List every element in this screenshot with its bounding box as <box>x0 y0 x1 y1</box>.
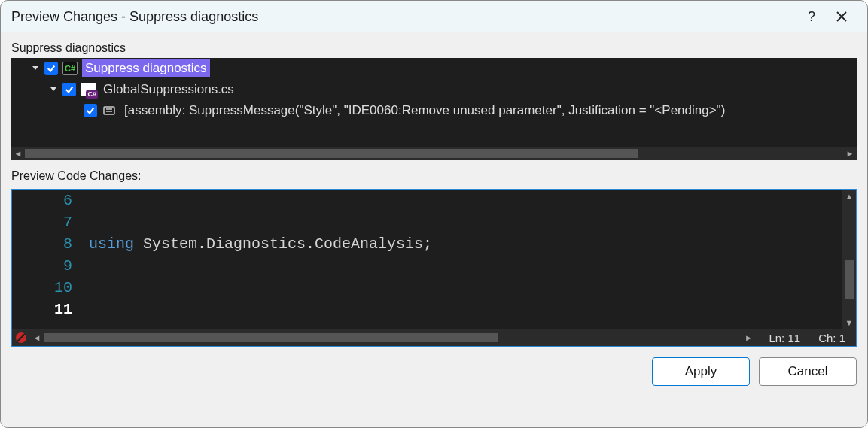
expander-icon[interactable] <box>29 62 41 74</box>
scrollbar-thumb[interactable] <box>44 333 498 342</box>
preview-changes-dialog: Preview Changes - Suppress diagnostics ?… <box>0 0 868 428</box>
tree-horizontal-scrollbar[interactable]: ◄ ► <box>11 147 857 160</box>
scroll-right-arrow-icon[interactable]: ► <box>843 147 857 160</box>
scroll-left-arrow-icon[interactable]: ◄ <box>30 331 44 345</box>
no-issues-icon[interactable] <box>12 329 30 346</box>
window-title: Preview Changes - Suppress diagnostics <box>11 9 796 25</box>
tree-section-label: Suppress diagnostics <box>11 41 857 55</box>
line-number: 6 <box>12 190 72 211</box>
line-number: 8 <box>12 233 72 255</box>
line-number: 10 <box>12 277 72 299</box>
dialog-button-row: Apply Cancel <box>11 347 857 386</box>
close-icon <box>836 11 847 22</box>
expander-icon[interactable] <box>47 83 59 96</box>
csharp-file-icon <box>81 83 96 96</box>
checkbox[interactable] <box>84 104 97 117</box>
checkbox[interactable] <box>44 62 58 75</box>
tree-node-label: [assembly: SuppressMessage("Style", "IDE… <box>121 102 728 120</box>
status-line: Ln: 11 <box>769 332 800 345</box>
code-lines[interactable]: using System.Diagnostics.CodeAnalysis; [… <box>86 190 856 329</box>
tree-node-root[interactable]: C# Suppress diagnostics <box>11 58 857 79</box>
dialog-content: Suppress diagnostics C# Suppress diagnos… <box>1 32 867 427</box>
cancel-button[interactable]: Cancel <box>759 357 857 386</box>
tree-node-label: GlobalSuppressions.cs <box>100 80 237 99</box>
scrollbar-thumb[interactable] <box>845 260 854 299</box>
scroll-left-arrow-icon[interactable]: ◄ <box>11 147 25 160</box>
titlebar: Preview Changes - Suppress diagnostics ? <box>1 1 867 32</box>
line-number-gutter: 6 7 8 9 10 11 <box>12 190 86 329</box>
code-status-bar: ◄ ► Ln: 11 Ch: 1 <box>12 329 856 346</box>
preview-section-label: Preview Code Changes: <box>11 169 857 183</box>
line-number: 9 <box>12 255 72 277</box>
scrollbar-track[interactable] <box>44 333 742 342</box>
tree-node-file[interactable]: GlobalSuppressions.cs <box>11 79 857 100</box>
code-line: using System.Diagnostics.CodeAnalysis; <box>86 233 856 255</box>
code-line <box>86 299 856 320</box>
line-number: 7 <box>12 211 72 233</box>
attribute-icon <box>102 104 117 117</box>
scroll-up-arrow-icon[interactable]: ▲ <box>842 190 856 203</box>
scrollbar-track[interactable] <box>25 149 843 158</box>
changes-tree: C# Suppress diagnostics GlobalSuppressio… <box>11 58 857 160</box>
scroll-right-arrow-icon[interactable]: ► <box>742 331 755 345</box>
scroll-down-arrow-icon[interactable]: ▼ <box>842 316 856 329</box>
tree-node-change[interactable]: [assembly: SuppressMessage("Style", "IDE… <box>11 100 857 121</box>
checkbox[interactable] <box>62 83 76 96</box>
csharp-project-icon: C# <box>62 62 78 75</box>
code-preview: 6 7 8 9 10 11 using System.Diagnostics.C… <box>11 189 857 347</box>
close-button[interactable] <box>827 5 857 29</box>
scrollbar-track[interactable] <box>845 203 854 316</box>
svg-rect-2 <box>104 107 114 114</box>
line-number: 11 <box>12 299 72 320</box>
status-col: Ch: 1 <box>818 332 845 345</box>
scrollbar-thumb[interactable] <box>25 149 638 158</box>
apply-button[interactable]: Apply <box>652 357 750 386</box>
cursor-position-status: Ln: 11 Ch: 1 <box>755 332 856 345</box>
tree-node-label: Suppress diagnostics <box>82 59 210 77</box>
code-vertical-scrollbar[interactable]: ▲ ▼ <box>842 190 856 329</box>
help-button[interactable]: ? <box>796 5 827 29</box>
code-body: 6 7 8 9 10 11 using System.Diagnostics.C… <box>12 190 856 329</box>
